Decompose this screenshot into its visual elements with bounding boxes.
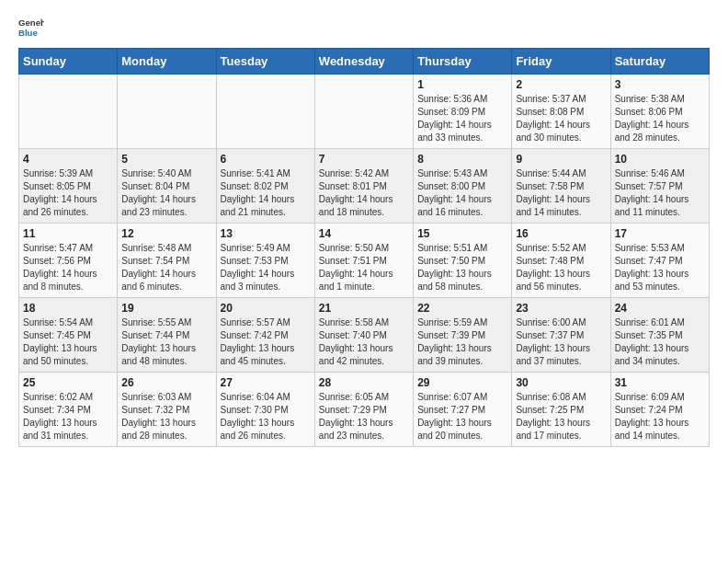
day-info: Sunrise: 5:47 AM Sunset: 7:56 PM Dayligh…	[23, 242, 113, 293]
calendar-cell: 8Sunrise: 5:43 AM Sunset: 8:00 PM Daylig…	[414, 149, 512, 224]
calendar-week-row: 4Sunrise: 5:39 AM Sunset: 8:05 PM Daylig…	[19, 149, 710, 224]
day-number: 5	[121, 153, 211, 166]
day-number: 17	[615, 227, 705, 240]
day-info: Sunrise: 5:39 AM Sunset: 8:05 PM Dayligh…	[23, 167, 113, 219]
day-info: Sunrise: 6:05 AM Sunset: 7:29 PM Dayligh…	[319, 391, 409, 442]
day-info: Sunrise: 5:49 AM Sunset: 7:53 PM Dayligh…	[221, 242, 311, 293]
day-info: Sunrise: 5:42 AM Sunset: 8:01 PM Dayligh…	[319, 167, 409, 219]
calendar-cell: 1Sunrise: 5:36 AM Sunset: 8:09 PM Daylig…	[414, 75, 512, 149]
day-info: Sunrise: 5:41 AM Sunset: 8:02 PM Dayligh…	[221, 167, 311, 219]
day-info: Sunrise: 5:38 AM Sunset: 8:06 PM Dayligh…	[615, 93, 705, 144]
day-number: 10	[615, 153, 705, 166]
calendar-cell: 12Sunrise: 5:48 AM Sunset: 7:54 PM Dayli…	[118, 224, 216, 298]
day-info: Sunrise: 5:46 AM Sunset: 7:57 PM Dayligh…	[615, 167, 705, 219]
calendar-cell: 22Sunrise: 5:59 AM Sunset: 7:39 PM Dayli…	[414, 298, 512, 373]
day-number: 6	[221, 153, 311, 166]
day-info: Sunrise: 5:55 AM Sunset: 7:44 PM Dayligh…	[121, 316, 211, 368]
day-number: 28	[319, 376, 409, 389]
calendar-cell: 10Sunrise: 5:46 AM Sunset: 7:57 PM Dayli…	[610, 149, 709, 224]
day-number: 3	[615, 78, 705, 91]
day-info: Sunrise: 6:01 AM Sunset: 7:35 PM Dayligh…	[615, 316, 705, 368]
calendar-cell	[314, 75, 413, 149]
calendar-week-row: 1Sunrise: 5:36 AM Sunset: 8:09 PM Daylig…	[19, 75, 710, 149]
day-number: 16	[516, 227, 606, 240]
day-info: Sunrise: 5:50 AM Sunset: 7:51 PM Dayligh…	[319, 242, 409, 293]
calendar-cell: 30Sunrise: 6:08 AM Sunset: 7:25 PM Dayli…	[512, 373, 610, 447]
day-number: 22	[417, 302, 507, 315]
day-info: Sunrise: 6:07 AM Sunset: 7:27 PM Dayligh…	[417, 391, 507, 442]
day-number: 4	[23, 153, 113, 166]
calendar-cell: 3Sunrise: 5:38 AM Sunset: 8:06 PM Daylig…	[610, 75, 709, 149]
day-info: Sunrise: 6:02 AM Sunset: 7:34 PM Dayligh…	[23, 391, 113, 442]
day-number: 26	[121, 376, 211, 389]
calendar-cell: 16Sunrise: 5:52 AM Sunset: 7:48 PM Dayli…	[512, 224, 610, 298]
day-number: 29	[417, 376, 507, 389]
day-info: Sunrise: 5:53 AM Sunset: 7:47 PM Dayligh…	[615, 242, 705, 293]
day-info: Sunrise: 5:44 AM Sunset: 7:58 PM Dayligh…	[516, 167, 606, 219]
day-number: 8	[417, 153, 507, 166]
day-info: Sunrise: 5:58 AM Sunset: 7:40 PM Dayligh…	[319, 316, 409, 368]
calendar-cell	[118, 75, 216, 149]
calendar-cell: 7Sunrise: 5:42 AM Sunset: 8:01 PM Daylig…	[314, 149, 413, 224]
calendar-cell: 2Sunrise: 5:37 AM Sunset: 8:08 PM Daylig…	[512, 75, 610, 149]
day-number: 30	[516, 376, 606, 389]
day-number: 13	[221, 227, 311, 240]
svg-text:Blue: Blue	[18, 28, 38, 38]
calendar-cell: 31Sunrise: 6:09 AM Sunset: 7:24 PM Dayli…	[610, 373, 709, 447]
day-number: 11	[23, 227, 113, 240]
day-number: 7	[319, 153, 409, 166]
calendar-cell: 11Sunrise: 5:47 AM Sunset: 7:56 PM Dayli…	[19, 224, 118, 298]
calendar-cell: 17Sunrise: 5:53 AM Sunset: 7:47 PM Dayli…	[610, 224, 709, 298]
calendar-cell: 4Sunrise: 5:39 AM Sunset: 8:05 PM Daylig…	[19, 149, 118, 224]
day-number: 24	[615, 302, 705, 315]
calendar-cell	[19, 75, 118, 149]
calendar-cell: 18Sunrise: 5:54 AM Sunset: 7:45 PM Dayli…	[19, 298, 118, 373]
day-number: 12	[121, 227, 211, 240]
calendar-week-row: 11Sunrise: 5:47 AM Sunset: 7:56 PM Dayli…	[19, 224, 710, 298]
day-number: 19	[121, 302, 211, 315]
day-info: Sunrise: 5:43 AM Sunset: 8:00 PM Dayligh…	[417, 167, 507, 219]
day-number: 25	[23, 376, 113, 389]
day-info: Sunrise: 5:57 AM Sunset: 7:42 PM Dayligh…	[221, 316, 311, 368]
day-info: Sunrise: 5:40 AM Sunset: 8:04 PM Dayligh…	[121, 167, 211, 219]
day-number: 2	[516, 78, 606, 91]
day-number: 15	[417, 227, 507, 240]
calendar-cell: 26Sunrise: 6:03 AM Sunset: 7:32 PM Dayli…	[118, 373, 216, 447]
day-of-week-header: Friday	[512, 49, 610, 75]
day-info: Sunrise: 6:03 AM Sunset: 7:32 PM Dayligh…	[121, 391, 211, 442]
calendar-cell: 23Sunrise: 6:00 AM Sunset: 7:37 PM Dayli…	[512, 298, 610, 373]
calendar-table: SundayMondayTuesdayWednesdayThursdayFrid…	[18, 48, 710, 447]
calendar-cell: 29Sunrise: 6:07 AM Sunset: 7:27 PM Dayli…	[414, 373, 512, 447]
header: General Blue	[18, 15, 710, 40]
calendar-week-row: 25Sunrise: 6:02 AM Sunset: 7:34 PM Dayli…	[19, 373, 710, 447]
day-info: Sunrise: 6:09 AM Sunset: 7:24 PM Dayligh…	[615, 391, 705, 442]
day-info: Sunrise: 6:00 AM Sunset: 7:37 PM Dayligh…	[516, 316, 606, 368]
calendar-cell: 9Sunrise: 5:44 AM Sunset: 7:58 PM Daylig…	[512, 149, 610, 224]
day-number: 20	[221, 302, 311, 315]
svg-text:General: General	[18, 17, 44, 28]
calendar-cell	[216, 75, 314, 149]
calendar-cell: 14Sunrise: 5:50 AM Sunset: 7:51 PM Dayli…	[314, 224, 413, 298]
day-info: Sunrise: 5:54 AM Sunset: 7:45 PM Dayligh…	[23, 316, 113, 368]
logo-icon: General Blue	[18, 15, 44, 40]
day-info: Sunrise: 5:36 AM Sunset: 8:09 PM Dayligh…	[417, 93, 507, 144]
day-number: 27	[221, 376, 311, 389]
day-number: 23	[516, 302, 606, 315]
calendar-cell: 20Sunrise: 5:57 AM Sunset: 7:42 PM Dayli…	[216, 298, 314, 373]
calendar-cell: 15Sunrise: 5:51 AM Sunset: 7:50 PM Dayli…	[414, 224, 512, 298]
day-number: 9	[516, 153, 606, 166]
calendar-cell: 6Sunrise: 5:41 AM Sunset: 8:02 PM Daylig…	[216, 149, 314, 224]
calendar-week-row: 18Sunrise: 5:54 AM Sunset: 7:45 PM Dayli…	[19, 298, 710, 373]
logo: General Blue	[18, 15, 44, 40]
day-number: 14	[319, 227, 409, 240]
day-number: 1	[417, 78, 507, 91]
day-info: Sunrise: 5:52 AM Sunset: 7:48 PM Dayligh…	[516, 242, 606, 293]
day-of-week-header: Tuesday	[216, 49, 314, 75]
calendar-cell: 27Sunrise: 6:04 AM Sunset: 7:30 PM Dayli…	[216, 373, 314, 447]
day-of-week-header: Saturday	[610, 49, 709, 75]
days-header-row: SundayMondayTuesdayWednesdayThursdayFrid…	[19, 49, 710, 75]
day-of-week-header: Thursday	[414, 49, 512, 75]
day-info: Sunrise: 6:08 AM Sunset: 7:25 PM Dayligh…	[516, 391, 606, 442]
day-of-week-header: Monday	[118, 49, 216, 75]
calendar-cell: 21Sunrise: 5:58 AM Sunset: 7:40 PM Dayli…	[314, 298, 413, 373]
